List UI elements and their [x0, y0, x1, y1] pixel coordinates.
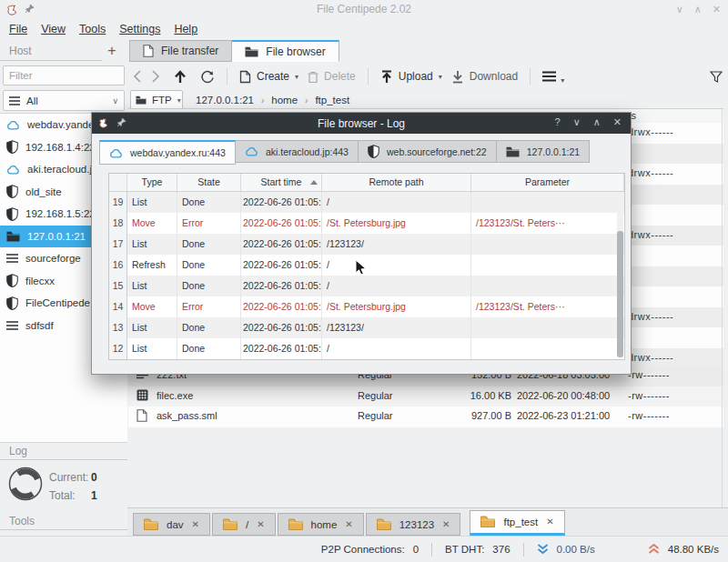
folder-icon — [288, 518, 303, 530]
scrollbar-thumb[interactable] — [617, 231, 623, 357]
dialog-tab-127-0-0-1-21[interactable]: 127.0.0.1:21 — [497, 140, 590, 163]
dialog-tab-webdav-yandex-ru-443[interactable]: webdav.yandex.ru:443 — [99, 140, 236, 165]
dialog-titlebar[interactable]: File browser - Log ? ∨ ∧ ✕ — [92, 113, 631, 134]
menu-tools[interactable]: Tools — [79, 23, 106, 35]
menu-button[interactable]: ▾ — [542, 71, 556, 82]
menu-settings[interactable]: Settings — [119, 23, 160, 35]
host-label: 127.0.0.1:21 — [27, 231, 86, 242]
caret-down-icon: ▾ — [561, 76, 564, 85]
filter-funnel-icon[interactable] — [710, 71, 723, 83]
dialog-tab-label: webdav.yandex.ru:443 — [130, 147, 226, 158]
delete-button[interactable]: Delete — [308, 70, 356, 84]
dialog-tab-aki-teracloud-jp-443[interactable]: aki.teracloud.jp:443 — [236, 140, 359, 163]
log-header-blank — [109, 174, 127, 191]
close-tab-icon[interactable]: ✕ — [192, 519, 199, 529]
log-cell-rpath: /123123/ — [322, 317, 471, 338]
breadcrumb-segment[interactable]: ftp_test — [315, 95, 349, 105]
file-row[interactable]: filec.exeRegular16.00 KB2022-06-20 00:48… — [128, 386, 723, 407]
log-column-header-remote-path[interactable]: Remote path — [322, 174, 471, 191]
path-tab-123123[interactable]: 123123✕ — [366, 513, 461, 536]
tab-file-browser[interactable]: File browser — [232, 40, 339, 62]
path-tab-home[interactable]: home✕ — [278, 513, 364, 536]
close-icon[interactable]: ✕ — [713, 4, 721, 15]
log-column-header-start-time[interactable]: Start time — [241, 174, 322, 191]
close-tab-icon[interactable]: ✕ — [546, 517, 553, 527]
menu-file[interactable]: File — [9, 23, 27, 35]
log-cell-num: 12 — [109, 338, 127, 359]
dialog-maximize-icon[interactable]: ∧ — [593, 116, 601, 128]
log-cell-start: 2022-06-26 01:05:30 — [241, 317, 322, 338]
dialog-tab-web-sourceforge-net-22[interactable]: web.sourceforge.net:22 — [359, 140, 497, 163]
log-cell-start: 2022-06-26 01:05:35 — [241, 276, 322, 296]
host-label: 192.168.1.4:22 — [25, 142, 96, 153]
forward-button[interactable] — [151, 70, 160, 83]
log-total-label: Total: — [49, 489, 76, 502]
log-cell-state: Done — [177, 317, 241, 338]
host-filter-input[interactable] — [3, 65, 125, 85]
refresh-button[interactable] — [200, 69, 215, 84]
tab-file-transfer[interactable]: File transfer — [129, 40, 232, 62]
log-row[interactable]: 15ListDone2022-06-26 01:05:35/ — [109, 276, 624, 296]
shield-icon — [368, 145, 379, 158]
create-button[interactable]: Create ▾ — [239, 70, 298, 84]
list-icon — [6, 254, 18, 263]
log-cell-param — [471, 276, 624, 296]
log-cell-state: Done — [177, 192, 241, 213]
menu-help[interactable]: Help — [174, 23, 197, 35]
dialog-close-icon[interactable]: ✕ — [613, 116, 622, 128]
log-cell-state: Done — [177, 338, 241, 359]
dialog-tab-label: aki.teracloud.jp:443 — [266, 146, 349, 157]
dialog-help-icon[interactable]: ? — [555, 116, 561, 128]
download-icon — [451, 70, 464, 84]
mouse-cursor — [355, 259, 367, 276]
file-permissions: -rw------- — [628, 369, 670, 380]
log-column-header-state[interactable]: State — [177, 174, 241, 191]
log-row[interactable]: 19ListDone2022-06-26 01:05:50/ — [109, 192, 624, 213]
log-table-scrollbar[interactable] — [617, 193, 623, 357]
log-cell-type: List — [127, 338, 177, 359]
log-row[interactable]: 12ListDone2022-06-26 01:05:24/ — [109, 338, 624, 359]
back-button[interactable] — [133, 70, 142, 83]
log-cell-start: 2022-06-26 01:05:50 — [241, 192, 322, 213]
up-directory-button[interactable] — [174, 70, 187, 84]
folder-icon — [245, 46, 258, 57]
log-column-header-parameter[interactable]: Parameter — [471, 174, 624, 191]
add-host-button[interactable]: + — [102, 41, 122, 61]
path-tab-dav[interactable]: dav✕ — [133, 513, 210, 536]
log-row[interactable]: 16RefreshDone2022-06-26 01:05:35/ — [109, 255, 624, 276]
log-row[interactable]: 13ListDone2022-06-26 01:05:30/123123/ — [109, 317, 624, 338]
breadcrumb-segment[interactable]: home — [271, 95, 298, 105]
close-tab-icon[interactable]: ✕ — [442, 519, 450, 529]
close-tab-icon[interactable]: ✕ — [257, 519, 264, 529]
file-permissions: -rw------- — [628, 390, 670, 401]
menu-view[interactable]: View — [41, 23, 66, 35]
log-cell-rpath: /St. Petersburg.jpg — [322, 296, 471, 317]
protocol-value: FTP — [152, 95, 172, 105]
tab-label: File transfer — [161, 45, 218, 57]
log-row[interactable]: 17ListDone2022-06-26 01:05:40/123123/ — [109, 234, 624, 255]
log-cell-start: 2022-06-26 01:05:35 — [241, 255, 322, 276]
dialog-shade-icon[interactable]: ∨ — [573, 116, 581, 128]
tools-section-label: Tools — [9, 515, 35, 527]
breadcrumb: 127.0.0.1:21›home›ftp_test — [196, 95, 349, 105]
log-cell-state: Done — [177, 255, 241, 276]
close-tab-icon[interactable]: ✕ — [345, 519, 352, 529]
upload-button[interactable]: Upload ▾ — [380, 70, 442, 84]
minimize-icon[interactable]: ∨ — [676, 4, 683, 15]
dialog-tab-label: 127.0.0.1:21 — [527, 146, 580, 157]
host-group-select[interactable]: All ∨ — [3, 90, 125, 111]
log-cell-state: Done — [177, 276, 241, 296]
log-row[interactable]: 18MoveError2022-06-26 01:05:41/St. Peter… — [109, 213, 624, 234]
log-column-header-type[interactable]: Type — [127, 174, 177, 191]
protocol-select[interactable]: FTP ▾ — [130, 90, 183, 110]
breadcrumb-segment[interactable]: 127.0.0.1:21 — [196, 95, 254, 105]
path-tab--[interactable]: /✕ — [212, 513, 276, 536]
path-tab-label: / — [246, 519, 248, 530]
doc-icon — [143, 45, 154, 57]
maximize-icon[interactable]: ∧ — [694, 4, 702, 15]
log-row[interactable]: 14MoveError2022-06-26 01:05:31/St. Peter… — [109, 296, 624, 317]
host-section-label: Host — [9, 45, 32, 57]
file-row[interactable]: ask_pass.smlRegular927.00 B2022-06-23 01… — [128, 406, 723, 427]
path-tab-ftp-test[interactable]: ftp_test✕ — [470, 510, 564, 536]
download-button[interactable]: Download — [451, 70, 518, 84]
